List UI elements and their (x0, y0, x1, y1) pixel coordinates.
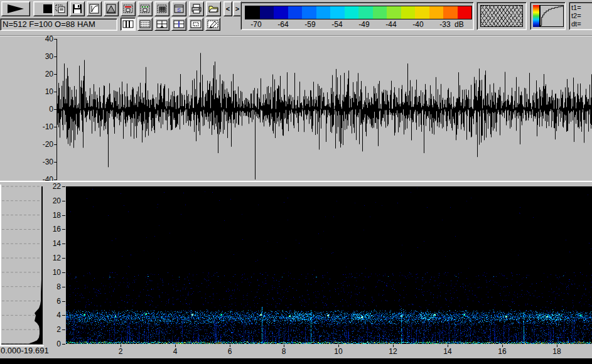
color-scale-segment (316, 6, 331, 19)
open-folder-icon (208, 4, 218, 14)
stop-icon (43, 4, 53, 13)
save-floppy-icon (72, 4, 82, 14)
color-scale-segment (345, 6, 359, 19)
layout-quad-icon (156, 20, 168, 28)
waveform-tick-label: 30 (33, 52, 53, 61)
colorbar-tick-label: -59 (300, 20, 320, 29)
layout-rows-icon (139, 20, 151, 28)
display-shaded-icon (157, 4, 167, 14)
next-arrow-icon: > (235, 5, 239, 13)
spectrogram-ytick (62, 229, 65, 230)
color-scale-segment (373, 6, 387, 19)
spectrogram-ytick-label: 20 (44, 196, 61, 205)
spectrogram-ytick (62, 186, 65, 187)
spectrogram-plot[interactable] (66, 186, 592, 344)
color-scale-segment (401, 6, 416, 19)
spectrogram-xtick-label: 2 (112, 347, 129, 356)
colorbar-tick-label: -44 (381, 20, 401, 29)
peak-triangle-icon (106, 4, 116, 14)
color-scale-segment (443, 6, 458, 19)
spectrogram-xtick-label: 12 (385, 347, 401, 356)
display-mode-4-button[interactable]: S (171, 1, 186, 16)
spectrogram-ytick-label: 6 (44, 297, 61, 306)
play-icon (6, 4, 25, 13)
palette-bar-icon (533, 5, 540, 27)
analysis-settings-text: N=512 F=100 O=88 HAM (3, 19, 95, 29)
color-scale-segment (274, 6, 288, 19)
colorbar-tick-label: -49 (354, 20, 374, 29)
color-scale-segment (302, 6, 316, 19)
color-scale-segment (358, 6, 373, 19)
spectrogram-ytick (62, 272, 65, 273)
spectrogram-ytick-label: 10 (44, 268, 61, 277)
spectrogram-ytick-label: 12 (44, 254, 61, 262)
save-button[interactable] (70, 1, 85, 16)
display-scroll-icon (140, 4, 150, 14)
color-scale-segment (330, 6, 345, 19)
spectrogram-ytick-label: 4 (44, 311, 61, 319)
spectrogram-ytick (62, 344, 65, 345)
layout-inner-window-icon (190, 20, 202, 28)
analysis-settings-field[interactable]: N=512 F=100 O=88 HAM (0, 18, 117, 31)
divider-top-light (0, 36, 592, 36)
spectrogram-xtick-label: 16 (494, 347, 510, 356)
svg-text:S: S (177, 7, 181, 13)
play-button[interactable] (1, 1, 30, 16)
display-mode-1-button[interactable] (121, 1, 136, 16)
color-scale-segment (429, 6, 444, 19)
spectrogram-ytick-label: 14 (44, 239, 61, 248)
display-red-icon (123, 4, 133, 14)
bottom-strip (0, 358, 592, 364)
spectrum-peak-button[interactable] (104, 1, 119, 16)
palette-transfer-box[interactable] (530, 2, 566, 30)
color-scale-panel: -70-64-59-54-49-44-40-33dB (240, 2, 474, 30)
prev-button[interactable]: < (223, 1, 232, 16)
t1-label: t1= (571, 4, 592, 12)
layout-inner-window-button[interactable] (188, 18, 203, 31)
spectrogram-ytick (62, 329, 65, 330)
waveform-tick-label: -30 (33, 158, 53, 166)
prev-arrow-icon: < (226, 5, 230, 13)
colorbar-unit-label: dB (455, 20, 471, 29)
print-button[interactable] (189, 1, 204, 16)
spectrogram-ytick (62, 315, 65, 316)
waveform-tick-label: 0 (33, 105, 53, 114)
colorbar-tick-label: -33 (435, 20, 455, 29)
layout-quad-arrow-button[interactable] (171, 18, 186, 31)
waveform-plot[interactable] (57, 39, 592, 179)
waveform-tick-label: 20 (33, 70, 53, 78)
edit-pencil-icon (207, 20, 218, 28)
pattern-box[interactable] (476, 2, 527, 30)
spectrogram-ytick (62, 215, 65, 216)
copy-display-button[interactable] (53, 1, 68, 16)
spectrogram-ytick (62, 258, 65, 259)
copy-pages-icon (55, 4, 65, 14)
layout-quad-arrow-icon (173, 20, 185, 28)
divider-waveform-bottom (0, 181, 592, 182)
open-file-button[interactable] (206, 1, 221, 16)
waveform-tick-label: -10 (33, 122, 53, 131)
colorbar-tick-label: -40 (408, 20, 428, 29)
spectrogram-ytick (62, 244, 65, 244)
spectrogram-ytick (62, 287, 65, 287)
spectrogram-ytick-label: 22 (44, 182, 61, 191)
spectrogram-xtick-label: 10 (330, 347, 347, 356)
color-scale-segment (458, 6, 472, 19)
display-s-icon: S (174, 4, 184, 14)
average-spectrum-panel[interactable] (0, 183, 45, 348)
layout-rows-button[interactable] (137, 18, 153, 31)
edit-button[interactable] (205, 18, 220, 31)
gain-curve-button[interactable] (87, 1, 102, 16)
spectrogram-ytick-label: 18 (44, 211, 61, 220)
time-readout-panel: t1= t2= dt= (569, 2, 592, 30)
display-mode-2-button[interactable] (137, 1, 153, 16)
layout-quad-button[interactable] (154, 18, 170, 31)
spectrogram-ytick-label: 0 (44, 340, 61, 348)
spectrogram-xtick-label: 4 (167, 347, 183, 356)
display-mode-3-button[interactable] (154, 1, 170, 16)
layout-columns-icon (122, 20, 134, 28)
spectrogram-ytick (62, 201, 65, 201)
color-scale-segment (260, 6, 274, 19)
spectrogram-xtick-label: 18 (549, 347, 565, 356)
layout-columns-button[interactable] (121, 18, 136, 31)
